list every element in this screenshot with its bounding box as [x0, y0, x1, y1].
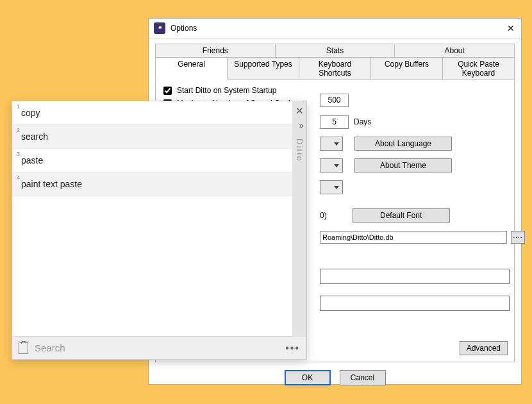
tab-quick-paste-keyboard[interactable]: Quick Paste Keyboard: [443, 57, 515, 80]
list-item[interactable]: 3 paste: [12, 149, 292, 173]
clip-index: 4: [12, 173, 21, 181]
clip-index: 3: [12, 149, 21, 157]
advanced-button[interactable]: Advanced: [460, 341, 508, 355]
tab-friends[interactable]: Friends: [155, 44, 276, 57]
chevron-down-icon: [334, 164, 339, 167]
text-field-2[interactable]: [320, 296, 510, 311]
search-input[interactable]: Search: [35, 342, 65, 353]
clip-list: 1 copy 2 search 3 paste 4 paint text pas…: [12, 101, 292, 336]
days-label: Days: [354, 117, 371, 126]
max-copies-input[interactable]: [320, 94, 349, 107]
ok-button[interactable]: OK: [285, 370, 331, 385]
ditto-popup: 1 copy 2 search 3 paste 4 paint text pas…: [12, 101, 307, 360]
list-item[interactable]: 1 copy: [12, 101, 292, 125]
dialog-buttons: OK Cancel: [149, 362, 521, 393]
close-icon[interactable]: ✕: [504, 22, 517, 35]
cancel-button[interactable]: Cancel: [340, 370, 386, 385]
clip-text: search: [21, 131, 48, 142]
tab-keyboard-shortcuts[interactable]: Keyboard Shortcuts: [299, 57, 371, 80]
list-item[interactable]: 2 search: [12, 125, 292, 149]
clip-text: paste: [21, 155, 43, 165]
start-on-startup-checkbox[interactable]: [163, 87, 172, 95]
start-on-startup-label: Start Ditto on System Startup: [177, 86, 276, 95]
options-title: Options: [170, 24, 197, 33]
about-theme-button[interactable]: About Theme: [354, 158, 452, 173]
clip-index: 1: [12, 101, 21, 110]
tab-stats[interactable]: Stats: [276, 44, 395, 57]
chevron-right-icon[interactable]: »: [293, 118, 306, 132]
options-titlebar: ❝ Options ✕: [149, 19, 521, 38]
tab-about[interactable]: About: [395, 44, 515, 57]
close-icon[interactable]: ✕: [293, 104, 306, 118]
about-language-button[interactable]: About Language: [354, 137, 452, 151]
clip-text: paint text paste: [21, 179, 82, 189]
extra-combo[interactable]: [320, 180, 343, 194]
default-font-button[interactable]: Default Font: [353, 208, 450, 223]
text-field-1[interactable]: [320, 269, 510, 284]
chevron-down-icon: [334, 186, 339, 189]
start-on-startup[interactable]: Start Ditto on System Startup: [163, 86, 276, 95]
ditto-title: Ditto: [295, 139, 304, 162]
theme-combo[interactable]: [320, 158, 343, 173]
clipboard-icon[interactable]: [19, 342, 28, 354]
zero-text: 0): [320, 211, 327, 220]
clip-index: 2: [12, 125, 21, 133]
tab-supported-types[interactable]: Supported Types: [228, 57, 299, 80]
list-item[interactable]: 4 paint text paste: [12, 173, 292, 196]
app-icon: ❝: [154, 22, 165, 34]
chevron-down-icon: [334, 142, 339, 146]
browse-button[interactable]: ....: [511, 231, 525, 244]
tab-general[interactable]: General: [155, 57, 228, 80]
ditto-sidebar: ✕ » Ditto: [292, 101, 306, 336]
ditto-footer: Search •••: [12, 336, 306, 359]
days-input[interactable]: [320, 115, 349, 129]
db-path-field[interactable]: [320, 231, 507, 244]
menu-icon[interactable]: •••: [285, 342, 300, 354]
language-combo[interactable]: [320, 137, 343, 151]
clip-text: copy: [21, 108, 40, 118]
tab-copy-buffers[interactable]: Copy Buffers: [371, 57, 443, 80]
